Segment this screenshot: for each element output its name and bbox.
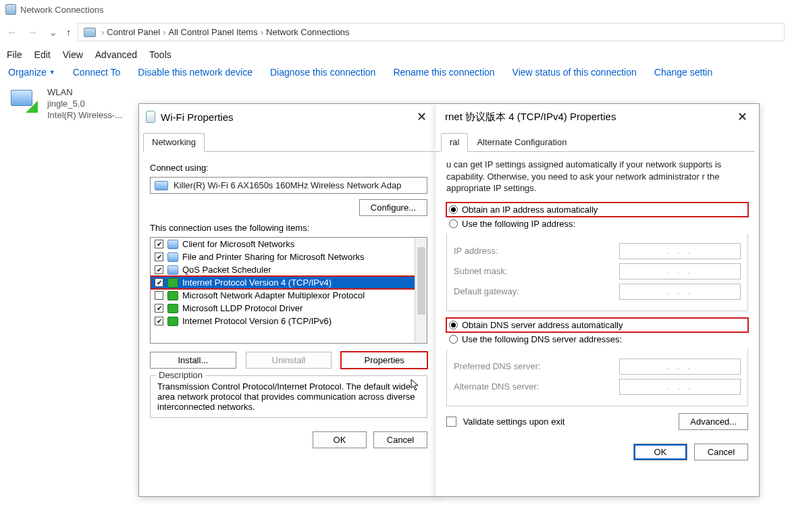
toolbar-connect-to[interactable]: Connect To: [73, 67, 121, 78]
up-button[interactable]: ↑: [66, 27, 71, 38]
description-box: Description Transmission Control Protoco…: [150, 375, 427, 418]
protocol-icon: [167, 304, 178, 313]
menu-tools[interactable]: Tools: [149, 49, 172, 60]
breadcrumb-item[interactable]: Network Connections: [266, 27, 350, 37]
preferred-dns-label: Preferred DNS server:: [454, 361, 541, 371]
dialog-titlebar[interactable]: Wi-Fi Properties ✕: [139, 104, 438, 130]
gateway-input: . . .: [619, 284, 741, 300]
network-service-icon: [167, 240, 178, 249]
menu-file[interactable]: File: [7, 49, 22, 60]
breadcrumb-item[interactable]: All Control Panel Items: [168, 27, 257, 37]
network-card-icon: [155, 181, 168, 190]
network-service-icon: [167, 252, 178, 262]
nav-bar: ← → ⌄ ↑ › Control Panel › All Control Pa…: [0, 19, 790, 45]
checkbox-icon[interactable]: [155, 278, 163, 287]
description-legend: Description: [156, 370, 205, 380]
dialog-titlebar[interactable]: rnet 协议版本 4 (TCP/IPv4) Properties ✕: [436, 104, 759, 130]
radio-use-ip[interactable]: Use the following IP address:: [446, 217, 748, 231]
window-title: Network Connections: [20, 5, 104, 15]
list-item[interactable]: Internet Protocol Version 6 (TCP/IPv6): [151, 315, 427, 327]
menu-edit[interactable]: Edit: [34, 49, 51, 60]
checkbox-icon[interactable]: [155, 252, 163, 261]
list-item-label: File and Printer Sharing for Microsoft N…: [182, 252, 364, 262]
history-dropdown[interactable]: ⌄: [46, 26, 59, 38]
toolbar-diagnose[interactable]: Diagnose this connection: [270, 67, 375, 78]
network-items-list[interactable]: Client for Microsoft NetworksFile and Pr…: [150, 237, 427, 344]
ok-button[interactable]: OK: [633, 444, 687, 460]
cancel-button[interactable]: Cancel: [694, 444, 748, 460]
breadcrumb[interactable]: › Control Panel › All Control Panel Item…: [78, 23, 785, 41]
list-item[interactable]: File and Printer Sharing for Microsoft N…: [151, 250, 427, 263]
radio-obtain-ip-auto[interactable]: Obtain an IP address automatically: [446, 203, 748, 217]
breadcrumb-item[interactable]: Control Panel: [107, 27, 160, 37]
checkbox-icon[interactable]: [155, 240, 163, 248]
subnet-mask-label: Subnet mask:: [454, 266, 508, 276]
checkbox-icon[interactable]: [155, 304, 163, 313]
validate-checkbox-row[interactable]: Validate settings upon exit: [446, 417, 564, 427]
scrollbar[interactable]: [415, 238, 427, 343]
radio-icon: [449, 321, 458, 329]
ipv4-properties-dialog: rnet 协议版本 4 (TCP/IPv4) Properties ✕ ral …: [436, 103, 760, 497]
properties-button[interactable]: Properties: [341, 352, 427, 369]
radio-use-dns[interactable]: Use the following DNS server addresses:: [446, 332, 748, 346]
menu-view[interactable]: View: [63, 49, 83, 60]
alternate-dns-input: . . .: [619, 379, 741, 395]
list-item-label: QoS Packet Scheduler: [182, 265, 271, 275]
wifi-icon: [146, 111, 155, 123]
adapter-device: Intel(R) Wireless-...: [47, 110, 122, 122]
ip-fields-group: IP address:. . . Subnet mask:. . . Defau…: [446, 234, 748, 311]
checkbox-icon[interactable]: [155, 317, 163, 325]
list-item-label: Client for Microsoft Networks: [182, 239, 294, 249]
radio-label: Use the following DNS server addresses:: [462, 334, 622, 344]
connect-using-label: Connect using:: [150, 163, 427, 173]
list-item[interactable]: QoS Packet Scheduler: [151, 263, 427, 276]
radio-label: Obtain DNS server address automatically: [462, 320, 623, 330]
advanced-button[interactable]: Advanced...: [679, 413, 748, 430]
checkbox-icon[interactable]: [155, 265, 163, 274]
radio-obtain-dns-auto[interactable]: Obtain DNS server address automatically: [446, 318, 748, 332]
install-button[interactable]: Install...: [150, 352, 236, 369]
cancel-button[interactable]: Cancel: [373, 431, 427, 448]
configure-button[interactable]: Configure...: [359, 199, 427, 216]
chevron-right-icon: ›: [101, 27, 104, 37]
list-item[interactable]: Internet Protocol Version 4 (TCP/IPv4): [151, 276, 427, 289]
toolbar-organize[interactable]: Organize ▼: [8, 67, 55, 78]
protocol-icon: [167, 278, 178, 288]
radio-label: Use the following IP address:: [462, 219, 575, 229]
back-button[interactable]: ←: [5, 26, 19, 38]
dialog-title: rnet 协议版本 4 (TCP/IPv4) Properties: [445, 111, 616, 124]
checkbox-icon[interactable]: [155, 291, 163, 300]
radio-icon: [449, 205, 458, 214]
chevron-down-icon: ▼: [49, 69, 55, 76]
info-text: u can get IP settings assigned automatic…: [446, 159, 748, 194]
gateway-label: Default gateway:: [454, 286, 519, 296]
tab-networking[interactable]: Networking: [143, 133, 205, 152]
ok-button[interactable]: OK: [313, 431, 367, 448]
menu-advanced[interactable]: Advanced: [95, 49, 137, 60]
list-item[interactable]: Microsoft Network Adapter Multiplexor Pr…: [151, 289, 427, 302]
window-titlebar: Network Connections: [0, 0, 790, 19]
tab-general[interactable]: ral: [441, 133, 468, 152]
menu-bar: File Edit View Advanced Tools: [0, 45, 790, 64]
list-item-label: Microsoft Network Adapter Multiplexor Pr…: [182, 290, 365, 300]
toolbar-change-settings[interactable]: Change settin: [654, 67, 712, 78]
wifi-adapter-icon: [8, 87, 41, 114]
chevron-right-icon: ›: [163, 27, 165, 37]
toolbar-view-status[interactable]: View status of this connection: [512, 67, 637, 78]
tab-alternate[interactable]: Alternate Configuration: [468, 133, 575, 152]
forward-button[interactable]: →: [26, 26, 39, 38]
description-text: Transmission Control Protocol/Internet P…: [157, 381, 420, 412]
tab-strip: ral Alternate Configuration: [436, 132, 755, 152]
close-button[interactable]: ✕: [411, 109, 431, 124]
adapter-select[interactable]: Killer(R) Wi-Fi 6 AX1650s 160MHz Wireles…: [150, 177, 427, 194]
close-button[interactable]: ✕: [732, 109, 752, 124]
toolbar-disable[interactable]: Disable this network device: [138, 67, 253, 78]
toolbar-rename[interactable]: Rename this connection: [393, 67, 494, 78]
validate-label: Validate settings upon exit: [463, 417, 565, 427]
tab-strip: Networking: [143, 132, 434, 152]
wifi-properties-dialog: Wi-Fi Properties ✕ Networking Connect us…: [138, 103, 439, 497]
list-item[interactable]: Client for Microsoft Networks: [151, 238, 427, 250]
ip-address-label: IP address:: [454, 246, 498, 256]
list-item[interactable]: Microsoft LLDP Protocol Driver: [151, 302, 427, 315]
alternate-dns-label: Alternate DNS server:: [454, 381, 539, 392]
